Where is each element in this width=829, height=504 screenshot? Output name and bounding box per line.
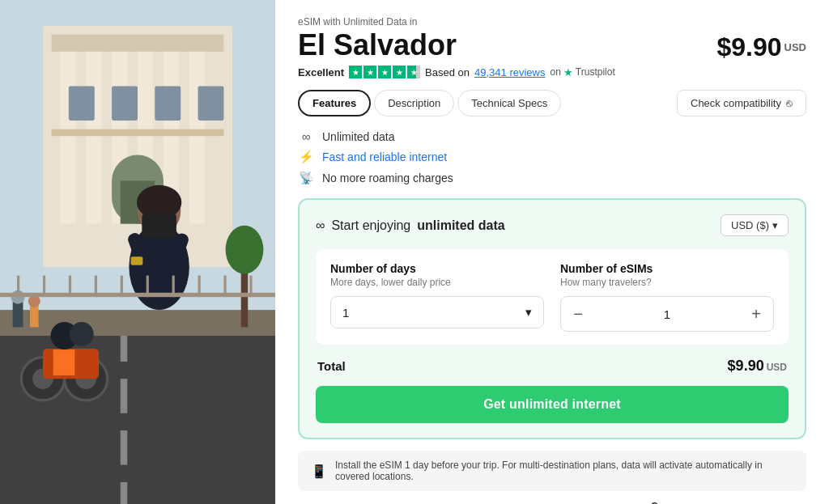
purchase-title-bold: unlimited data [417,218,504,233]
price-block: $9.90USD [716,32,806,62]
svg-rect-19 [121,430,128,465]
svg-rect-21 [0,310,275,336]
reviews-based-on: Based on [425,66,470,78]
feature-text-1: Unlimited data [322,130,395,143]
svg-rect-27 [142,214,176,238]
reviews-on: on [550,66,560,78]
svg-rect-9 [69,86,95,121]
chevron-down-icon: ▾ [772,219,778,231]
esim-label: eSIM with Unlimited Data in [298,16,806,28]
days-selector-group: Number of days More days, lower daily pr… [330,262,544,332]
info-text: Install the eSIM 1 day before your trip.… [335,460,793,482]
features-list: ∞ Unlimited data ⚡ Fast and reliable int… [298,129,806,185]
svg-rect-11 [155,86,181,121]
get-unlimited-button[interactable]: Get unlimited internet [316,386,789,423]
svg-rect-37 [13,301,23,327]
svg-rect-13 [52,129,224,137]
svg-rect-12 [198,86,223,121]
star-5: ★ [407,66,420,78]
feature-no-roaming: 📡 No more roaming charges [298,171,806,185]
svg-rect-49 [147,276,149,298]
lightning-icon: ⚡ [298,150,314,164]
tab-features[interactable]: Features [298,90,371,116]
svg-rect-10 [112,86,138,121]
svg-rect-47 [95,276,97,298]
payment-row: 🛡 SECURE PAYMENT GUARANTEED VISA Verifie… [298,501,806,504]
rating-row: Excellent ★ ★ ★ ★ ★ Based on 49,341 revi… [298,66,806,78]
svg-point-36 [70,322,94,346]
purchase-box: ∞ Start enjoying unlimited data USD ($) … [298,198,806,439]
svg-rect-18 [121,379,128,413]
purchase-title-prefix: Start enjoying [331,218,410,233]
svg-rect-45 [43,276,45,298]
svg-rect-8 [189,52,205,224]
gpay-label: G Pay [651,501,673,504]
svg-rect-2 [52,35,224,52]
svg-rect-39 [30,306,39,328]
feature-fast-internet: ⚡ Fast and reliable internet [298,150,806,164]
reviews-link[interactable]: 49,341 reviews [474,66,545,78]
feature-unlimited-data: ∞ Unlimited data [298,129,806,143]
price-value: $9.90 [716,32,781,61]
trustpilot-star: ★ [563,66,573,78]
esim-stepper: − 1 + [560,296,774,332]
feature-text-3: No more roaming charges [322,172,453,184]
info-bar: 📱 Install the eSIM 1 day before your tri… [298,451,806,491]
esim-decrement-button[interactable]: − [561,297,595,331]
esim-value: 1 [595,307,739,321]
content-panel: eSIM with Unlimited Data in El Salvador … [275,0,829,504]
svg-rect-35 [53,349,75,375]
star-3: ★ [378,66,391,78]
tab-technical-specs[interactable]: Technical Specs [457,90,561,116]
svg-rect-51 [198,276,200,298]
esims-label: Number of eSIMs [560,262,774,275]
svg-point-42 [226,226,264,274]
svg-rect-46 [69,276,71,298]
esims-selector-group: Number of eSIMs How many travelers? − 1 … [560,262,774,332]
svg-rect-16 [0,327,275,504]
infinity-icon: ∞ [298,129,314,143]
svg-rect-20 [121,482,128,504]
check-compat-icon: ⎋ [786,97,793,109]
infinity-icon-2: ∞ [316,218,325,233]
days-dropdown[interactable]: 1 ▾ [330,296,544,328]
hero-image [0,0,275,504]
total-price: $9.90USD [728,358,787,375]
dropdown-chevron-icon: ▾ [525,305,532,320]
selectors-row: Number of days More days, lower daily pr… [316,249,789,345]
tabs: Features Description Technical Specs [298,90,561,116]
trustpilot-text: Trustpilot [576,66,615,78]
star-4: ★ [393,66,406,78]
total-row: Total $9.90USD [316,358,789,375]
total-currency: USD [767,362,787,373]
star-1: ★ [349,66,362,78]
info-icon: 📱 [311,464,327,479]
svg-rect-53 [249,276,252,298]
svg-point-40 [28,295,40,307]
svg-rect-4 [86,52,101,224]
feature-link-internet[interactable]: Fast and reliable internet [322,150,447,163]
svg-rect-28 [130,256,142,265]
rating-label: Excellent [298,66,344,78]
days-label: Number of days [330,262,544,275]
svg-rect-43 [0,293,275,297]
currency-selector[interactable]: USD ($) ▾ [721,214,789,236]
esim-increment-button[interactable]: + [739,297,773,331]
svg-rect-50 [172,276,175,298]
star-2: ★ [363,66,376,78]
svg-rect-52 [223,276,226,298]
price-currency: USD [784,41,806,53]
stars: ★ ★ ★ ★ ★ [349,66,420,78]
purchase-header: ∞ Start enjoying unlimited data USD ($) … [316,214,789,236]
check-compatibility-button[interactable]: Check compatibility ⎋ [677,90,806,116]
tab-description[interactable]: Description [374,90,454,116]
total-label: Total [317,359,346,373]
check-compat-label: Check compatibility [691,97,781,109]
trustpilot-label: on ★ Trustpilot [550,66,614,78]
esims-sublabel: How many travelers? [560,277,774,288]
svg-rect-3 [60,52,75,224]
currency-label: USD ($) [731,219,769,231]
days-value: 1 [342,306,349,320]
svg-rect-44 [17,276,19,298]
purchase-title: ∞ Start enjoying unlimited data [316,218,505,233]
